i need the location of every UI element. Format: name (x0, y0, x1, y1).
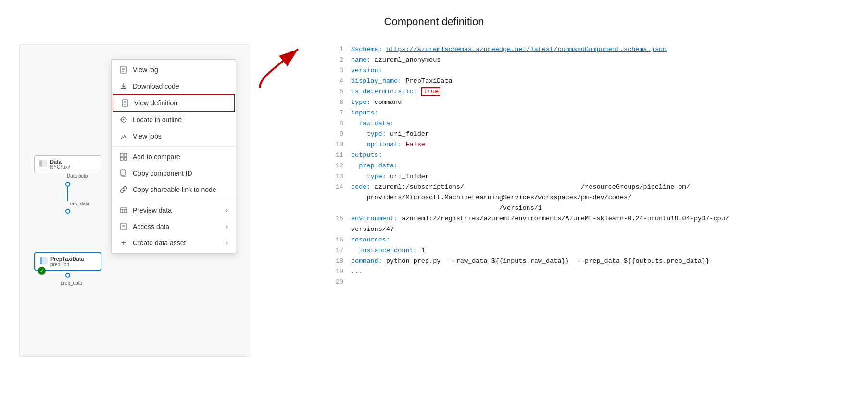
port-prep-data-label: prep_data (61, 280, 101, 286)
menu-item-view-definition[interactable]: View definition (113, 94, 235, 112)
svg-rect-20 (120, 208, 127, 213)
add-compare-label: Add to compare (133, 153, 180, 161)
prep-node-icon (40, 257, 48, 266)
view-log-icon (119, 65, 128, 74)
locate-outline-icon (119, 115, 128, 124)
svg-rect-17 (124, 157, 127, 160)
menu-divider-1 (112, 146, 236, 147)
access-data-icon (119, 222, 128, 231)
code-line-4: 4 display_name: PrepTaxiData (332, 76, 830, 87)
data-node-icon (39, 160, 47, 168)
port-raw-data-label: raw_data (70, 201, 89, 206)
context-menu: View log Download code View definition (111, 59, 236, 254)
code-line-1: 1 $schema: https://azuremlschemas.azuree… (332, 44, 830, 55)
menu-item-view-jobs[interactable]: View jobs (112, 128, 236, 144)
prep-node-sublabel: prep_job (50, 262, 84, 267)
create-asset-chevron: › (226, 240, 228, 246)
pipeline-panel: View log Download code View definition (19, 44, 250, 357)
red-arrow-svg (250, 39, 313, 97)
download-code-icon (119, 82, 128, 90)
code-line-2: 2 name: azureml_anonymous (332, 55, 830, 65)
connector-line (67, 187, 68, 201)
preview-data-icon (119, 206, 128, 215)
menu-item-preview-data[interactable]: Preview data › (112, 202, 236, 218)
svg-point-9 (123, 119, 125, 121)
main-content: View log Download code View definition (0, 39, 868, 357)
access-data-chevron: › (226, 223, 228, 230)
menu-divider-2 (112, 200, 236, 200)
menu-item-view-log[interactable]: View log (112, 62, 236, 78)
prep-node-label: PrepTaxiData (50, 256, 84, 262)
view-definition-icon (121, 99, 129, 107)
code-line-15b: 15 versions/47 (332, 224, 830, 235)
copy-link-label: Copy shareable link to node (133, 186, 216, 193)
arrow-container (250, 39, 313, 357)
code-line-3: 3 version: (332, 65, 830, 76)
view-log-label: View log (133, 66, 158, 74)
create-asset-icon: + (119, 239, 128, 247)
svg-rect-19 (121, 170, 125, 175)
svg-rect-30 (40, 257, 42, 264)
svg-rect-28 (39, 160, 42, 167)
code-line-10: 10 optional: False (332, 140, 830, 150)
preview-data-label: Preview data (133, 206, 172, 214)
copy-id-icon (119, 169, 128, 178)
code-line-17: 17 instance_count: 1 (332, 245, 830, 256)
menu-item-locate-outline[interactable]: Locate in outline (112, 112, 236, 128)
menu-item-add-compare[interactable]: Add to compare (112, 149, 236, 165)
code-line-7: 7 inputs: (332, 108, 830, 118)
code-line-8: 8 raw_data: (332, 118, 830, 129)
svg-rect-15 (124, 153, 127, 156)
menu-item-access-data[interactable]: Access data › (112, 218, 236, 235)
page-title: Component definition (0, 0, 868, 39)
copy-link-icon (119, 185, 128, 194)
code-line-13: 13 type: uri_folder (332, 171, 830, 182)
copy-id-label: Copy component ID (133, 169, 192, 177)
port-data-output-label: Data outp (67, 173, 88, 178)
code-line-18: 18 command: python prep.py --raw_data ${… (332, 256, 830, 267)
code-line-16: 16 resources: (332, 235, 830, 245)
code-line-14b: 14 providers/Microsoft.MachineLearningSe… (332, 192, 830, 203)
locate-outline-label: Locate in outline (133, 116, 182, 124)
view-jobs-label: View jobs (133, 132, 162, 140)
menu-item-create-asset[interactable]: + Create data asset › (112, 235, 236, 251)
menu-item-copy-link[interactable]: Copy shareable link to node (112, 181, 236, 198)
download-code-label: Download code (133, 82, 179, 90)
code-line-5: 5 is_deterministic: True (332, 87, 830, 97)
code-line-19: 19 ... (332, 267, 830, 277)
data-node-label: Data (50, 159, 70, 165)
code-line-14c: 14 /versions/1 (332, 203, 830, 214)
add-compare-icon (119, 152, 128, 161)
svg-rect-14 (120, 153, 123, 156)
connector-dot-bottom (65, 209, 70, 214)
code-line-11: 11 outputs: (332, 150, 830, 161)
create-asset-label: Create data asset (133, 239, 186, 247)
preview-data-chevron: › (226, 207, 228, 214)
pipeline-nodes: Data NYCTaxi/ Data outp raw_data (34, 155, 101, 286)
data-node-sublabel: NYCTaxi/ (50, 165, 70, 170)
code-line-9: 9 type: uri_folder (332, 129, 830, 140)
code-line-14: 14 code: azureml:/subscriptions/ /resour… (332, 182, 830, 192)
code-line-6: 6 type: command (332, 97, 830, 108)
view-definition-label: View definition (134, 99, 177, 107)
view-jobs-icon (119, 132, 128, 140)
menu-item-copy-id[interactable]: Copy component ID (112, 165, 236, 181)
menu-item-download-code[interactable]: Download code (112, 78, 236, 94)
page-container: Component definition View log Download c… (0, 0, 868, 357)
access-data-label: Access data (133, 223, 169, 230)
code-panel: 1 $schema: https://azuremlschemas.azuree… (313, 39, 849, 357)
code-line-15: 15 environment: azureml://registries/azu… (332, 214, 830, 224)
connector-dot-prep-bottom (65, 273, 70, 278)
is-deterministic-highlight: True (421, 87, 440, 96)
svg-rect-16 (120, 157, 123, 160)
code-line-12: 12 prep_data: (332, 161, 830, 171)
connector-dot-top (65, 182, 70, 187)
prep-node-wrapper: PrepTaxiData prep_job ✓ (34, 252, 101, 271)
data-node[interactable]: Data NYCTaxi/ (34, 155, 101, 173)
code-line-20: 20 (332, 277, 830, 288)
